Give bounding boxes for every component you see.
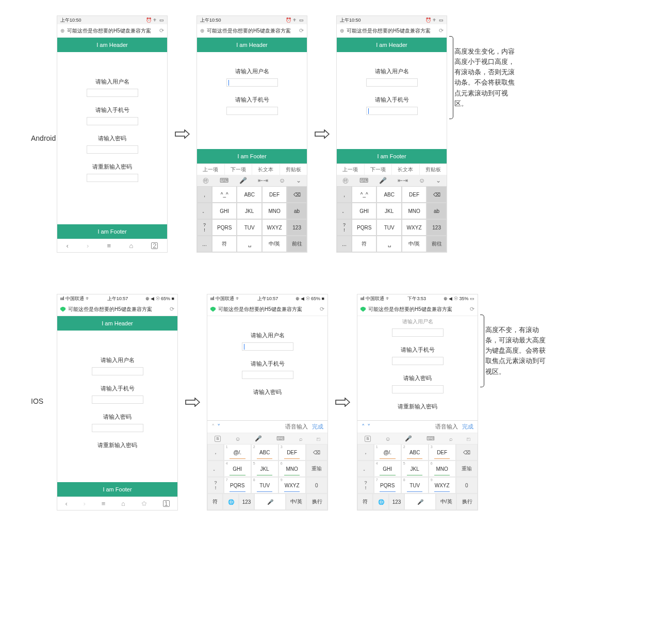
reload-icon[interactable]: ⟳ [299,27,304,34]
ime-mi-icon[interactable]: ㊕ [203,176,209,185]
ime-prev[interactable]: 上一项 [197,164,225,175]
key-abc[interactable]: ABC [237,187,261,202]
key-comma[interactable]: ， [358,445,373,460]
key-tuv[interactable]: 8TUV [252,478,278,493]
key-wxyz[interactable]: 9WXYZ [429,478,455,493]
voice-input-label[interactable]: 语音输入 [285,423,308,431]
key-backspace[interactable]: ⌫ [287,187,306,202]
ime-keyboard-icon[interactable]: ⌨ [359,177,368,184]
key-sym[interactable]: 符 [358,494,372,509]
key-q[interactable]: ?! [208,478,223,493]
key-pqrs[interactable]: 7PQRS [374,478,401,493]
input-password2[interactable] [87,174,138,182]
key-mno[interactable]: 6MNO [429,461,455,476]
ime-emoji-icon[interactable]: ☺ [419,177,425,184]
key-123[interactable]: 123 [239,494,254,509]
key-abc[interactable]: 2ABC [402,445,428,460]
key-globe[interactable]: 🌐 [223,494,238,509]
ime-collapse-icon[interactable]: ⌄ [296,177,301,184]
key-space[interactable]: 🎤 [255,494,285,509]
key-abc[interactable]: 2ABC [252,445,278,460]
input-phone[interactable] [242,371,293,379]
key-mno[interactable]: MNO [402,203,426,219]
chevron-up-icon[interactable]: ˄ [211,423,215,431]
ime-clipboard[interactable]: 剪贴板 [420,164,447,175]
key-go[interactable]: 前往 [287,236,306,252]
keyboard-icon[interactable]: ⌨ [276,435,285,442]
key-comma[interactable]: , [337,187,351,202]
key-period[interactable]: 。 [198,203,211,219]
key-q[interactable]: ?! [358,478,373,493]
input-phone[interactable] [366,107,418,115]
key-tuv[interactable]: TUV [237,220,261,235]
key-lang[interactable]: 中/英 [436,494,456,509]
forward-icon[interactable]: › [84,500,86,507]
chevron-down-icon[interactable]: ˅ [367,423,371,431]
chevron-down-icon[interactable]: ˅ [217,423,221,431]
key-return[interactable]: 换行 [457,494,477,509]
menu-icon[interactable]: ≡ [107,242,111,250]
key-def[interactable]: 3DEF [429,445,455,460]
reload-icon[interactable]: ⟳ [470,306,474,312]
key-period[interactable]: 。 [358,461,373,476]
ime-mic-icon[interactable]: 🎤 [239,177,247,184]
key-sym[interactable]: 符 [208,494,222,509]
key-pqrs[interactable]: PQRS [212,220,236,235]
key-comma[interactable]: , [198,187,211,202]
done-button[interactable]: 完成 [462,423,473,431]
reload-icon[interactable]: ⟳ [439,27,444,34]
key-space[interactable]: 🎤 [405,494,435,509]
key-abc[interactable]: ABC [377,187,401,202]
key-jkl[interactable]: 5JKL [402,461,428,476]
key-at[interactable]: 1@/. [224,445,251,460]
key-ab[interactable]: ab [427,203,446,219]
key-reenter[interactable]: 重输 [456,461,477,476]
key-q[interactable]: ?! [198,220,211,235]
key-pqrs[interactable]: 7PQRS [224,478,251,493]
ime-keyboard-icon[interactable]: ⌨ [220,177,228,184]
key-ghi[interactable]: GHI [212,203,236,219]
input-username[interactable] [87,89,138,97]
key-period[interactable]: 。 [208,461,223,476]
sogou-icon[interactable]: S [215,436,221,442]
voice-input-label[interactable]: 语音输入 [435,423,458,431]
ear-icon[interactable]: ✿ [141,500,147,507]
input-phone[interactable] [392,357,444,365]
key-q[interactable]: ?! [337,220,351,235]
key-jkl[interactable]: JKL [377,203,401,219]
ime-prev[interactable]: 上一项 [337,164,365,175]
key-go[interactable]: 前往 [427,236,446,252]
input-username[interactable] [366,78,418,87]
more-icon[interactable]: ⏍ [317,436,320,442]
key-space[interactable]: ␣ [377,236,401,252]
key-jkl[interactable]: 5JKL [252,461,278,476]
key-globe[interactable]: 🌐 [373,494,388,509]
tabs-icon[interactable]: 2 [151,242,158,249]
key-more[interactable]: ... [198,236,211,252]
key-ghi[interactable]: 4GHI [374,461,401,476]
ime-mi-icon[interactable]: ㊕ [342,176,349,185]
input-password[interactable] [92,424,143,432]
key-lang[interactable]: 中/英 [402,236,426,252]
key-123[interactable]: 123 [389,494,404,509]
ime-collapse-icon[interactable]: ⌄ [436,177,441,184]
key-123[interactable]: 123 [287,220,306,235]
input-username[interactable] [392,328,444,337]
key-backspace[interactable]: ⌫ [427,187,446,202]
ime-longtext[interactable]: 长文本 [252,164,280,175]
key-at[interactable]: 1@/. [374,445,401,460]
key-jkl[interactable]: JKL [237,203,261,219]
key-face[interactable]: ^_^ [352,187,376,202]
keyboard-icon[interactable]: ⌨ [427,435,435,442]
ime-longtext[interactable]: 长文本 [392,164,420,175]
reload-icon[interactable]: ⟳ [159,27,164,34]
key-lang[interactable]: 中/英 [286,494,306,509]
ime-clipboard[interactable]: 剪贴板 [280,164,307,175]
input-username[interactable] [226,78,278,87]
emoji-icon[interactable]: ☺ [385,436,390,442]
sogou-icon[interactable]: S [365,436,371,442]
key-wxyz[interactable]: WXYZ [402,220,426,235]
input-phone[interactable] [87,117,138,125]
ime-cursor-icon[interactable]: ⇤⇥ [398,177,408,184]
search-icon[interactable]: ⌕ [299,436,303,442]
